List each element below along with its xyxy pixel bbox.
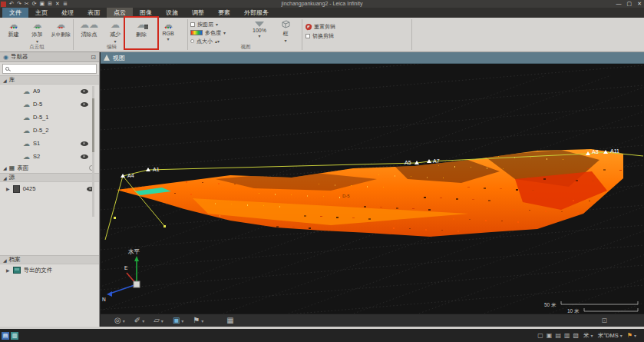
- navigator-search-input[interactable]: [2, 64, 97, 74]
- reset-clip-button[interactable]: 重置剪辑: [305, 22, 410, 32]
- view-cube-tool[interactable]: ▣ ▾: [173, 316, 183, 325]
- multichroma-option[interactable]: 多色度 ▾: [190, 29, 246, 36]
- viewport-settings-button[interactable]: ⊡: [601, 317, 607, 324]
- surface-icon: ▦: [9, 164, 15, 171]
- zoom-100-button[interactable]: 100% ▾: [246, 18, 273, 45]
- chevron-down-icon[interactable]: ▾: [201, 318, 203, 324]
- flag-icon: ⚑: [193, 316, 200, 325]
- rgb-button[interactable]: ☁ RGB ▾: [155, 18, 181, 44]
- tab-adjustments[interactable]: 调整: [185, 8, 211, 18]
- tab-services[interactable]: 外部服务: [237, 8, 276, 18]
- chevron-down-icon: ▾: [167, 36, 169, 42]
- filter-tool[interactable]: ⚑ ▾: [193, 316, 203, 325]
- tree-item-A9[interactable]: ☁ A9: [0, 85, 99, 98]
- expand-arrow-icon[interactable]: ▶: [6, 267, 10, 273]
- visibility-eye-icon[interactable]: [81, 141, 88, 146]
- ribbon-group-view: 按图层 ▾ 多色度 ▾ 点大小 ▴▾ 100% ▾: [190, 18, 301, 51]
- point-cloud[interactable]: D-5: [116, 148, 623, 237]
- tab-processing[interactable]: 处理: [54, 8, 81, 18]
- chevron-down-icon: ▾: [216, 22, 218, 27]
- tab-surfaces[interactable]: 表面: [81, 8, 107, 18]
- tree-item-exported-files[interactable]: ▶ 导出的文件: [0, 264, 99, 276]
- grid-icon: ▦: [226, 316, 233, 325]
- layout-icon[interactable]: ▢: [537, 332, 543, 339]
- grid-toggle[interactable]: ▦: [226, 316, 233, 325]
- traverse-node: [114, 217, 116, 219]
- scale-10-label: 10 米: [567, 308, 580, 314]
- layout-icon[interactable]: ▥: [564, 332, 570, 339]
- add-to-pointcloud-button[interactable]: ☁ 添加 ▾: [25, 18, 49, 44]
- section-archive[interactable]: ◢ 档案: [0, 255, 99, 264]
- clear-points-button[interactable]: ☁☁ 清除点: [75, 18, 103, 44]
- checkbox-icon[interactable]: [190, 22, 195, 27]
- tree-item-S1[interactable]: ☁ S1: [0, 137, 99, 150]
- layout-icon[interactable]: ▧: [573, 332, 580, 339]
- pointcloud-icon: ☁: [23, 153, 30, 161]
- visibility-eye-icon[interactable]: [81, 89, 88, 94]
- tree-item-D-5_1[interactable]: ☁ D-5_1: [0, 111, 99, 124]
- marker-label: A7: [433, 158, 440, 164]
- collapse-arrow-icon[interactable]: ◢: [3, 165, 7, 171]
- reset-clip-icon: [305, 24, 312, 30]
- collapse-arrow-icon[interactable]: ◢: [3, 257, 7, 263]
- measure-tool[interactable]: ✐ ▾: [134, 316, 144, 325]
- new-pointcloud-button[interactable]: ☁ 新建: [2, 18, 25, 44]
- collapse-arrow-icon[interactable]: ◢: [3, 175, 7, 181]
- tree-item-0425[interactable]: ▶ 0425: [0, 182, 99, 195]
- clip-box-button[interactable]: 框 ▾: [273, 18, 298, 45]
- group-label-pointcloud: 点云组: [2, 44, 72, 51]
- tab-home[interactable]: 主页: [28, 8, 54, 18]
- tree-item-D-5[interactable]: ☁ D-5: [0, 98, 99, 111]
- tab-infrastructure[interactable]: 设施: [159, 8, 185, 18]
- tab-imaging[interactable]: 图像: [133, 8, 159, 18]
- exported-files-icon: [13, 267, 21, 274]
- visibility-eye-icon[interactable]: [81, 102, 88, 107]
- collapse-arrow-icon[interactable]: ◢: [3, 78, 7, 83]
- tree-item-D-5_2[interactable]: ☁ D-5_2: [0, 124, 99, 137]
- section-source[interactable]: ◢ 源: [0, 173, 99, 182]
- maximize-button[interactable]: ▢: [627, 0, 632, 8]
- chevron-down-icon[interactable]: ▾: [161, 318, 163, 324]
- tab-features[interactable]: 要素: [211, 8, 237, 18]
- tab-point-cloud[interactable]: 点云: [107, 8, 133, 18]
- chevron-down-icon[interactable]: ▾: [181, 318, 183, 324]
- checkbox-icon[interactable]: [305, 34, 310, 38]
- pointcloud-icon: ☁: [23, 140, 30, 148]
- pin-icon[interactable]: ⊡: [91, 54, 96, 61]
- chevron-down-icon[interactable]: ▾: [142, 318, 144, 324]
- flag-status-selector[interactable]: ⚑ ▾: [627, 332, 636, 339]
- distance-unit-selector[interactable]: 米 ▾: [583, 332, 593, 340]
- tree-item-S2[interactable]: ☁ S2: [0, 150, 99, 163]
- tree-item-surfaces[interactable]: ◢ ▦ 表面: [0, 163, 99, 173]
- reduce-button[interactable]: ☁ 减少 ▾: [103, 18, 127, 44]
- close-button[interactable]: ✕: [637, 0, 642, 8]
- taskbar-app-icon-1[interactable]: ▤: [2, 332, 9, 340]
- radio-icon[interactable]: [190, 39, 194, 43]
- taskbar-app-icon-2[interactable]: ▥: [11, 332, 18, 340]
- angle-unit-selector[interactable]: 米°DMS ▾: [598, 332, 623, 340]
- layout-icon[interactable]: ▤: [555, 332, 561, 339]
- section-library[interactable]: ◢ 库: [0, 75, 99, 85]
- section-tool[interactable]: ▱ ▾: [154, 316, 163, 325]
- minimize-button[interactable]: —: [616, 0, 622, 8]
- scrollbar-thumb[interactable]: [92, 98, 94, 152]
- visibility-eye-icon[interactable]: [81, 154, 88, 159]
- tab-file[interactable]: 文件: [2, 8, 28, 18]
- navigator-header: ◉ 导航器 ⊡: [0, 52, 99, 62]
- spinner-icons[interactable]: ▴▾: [215, 38, 220, 44]
- toggle-clip-option[interactable]: 切换剪辑: [305, 32, 410, 41]
- ribbon-separator: [411, 19, 412, 50]
- orbit-tool[interactable]: ◎ ▾: [114, 316, 125, 325]
- layout-icon[interactable]: ▣: [547, 332, 553, 339]
- viewport-toolbar: ◎ ▾ ✐ ▾ ▱ ▾ ▣ ▾ ⚑ ▾ ▦ ⊡: [101, 314, 644, 327]
- chevron-down-icon[interactable]: ▾: [123, 318, 125, 324]
- cloud-clear-icon: ☁☁: [80, 19, 98, 30]
- viewport-3d[interactable]: 视图: [101, 52, 644, 327]
- remove-from-pointcloud-button[interactable]: ☁ 从中删除: [49, 18, 72, 44]
- scene-canvas[interactable]: D-5 A4 A1 A5 A7 A8 A11 水平: [101, 64, 644, 314]
- group-label-view: 视图: [190, 44, 301, 51]
- by-layer-option[interactable]: 按图层 ▾: [190, 21, 246, 28]
- delete-button[interactable]: ☁ 删除: [127, 18, 155, 44]
- expand-arrow-icon[interactable]: ▶: [6, 186, 10, 191]
- marker-label: A5: [405, 160, 411, 165]
